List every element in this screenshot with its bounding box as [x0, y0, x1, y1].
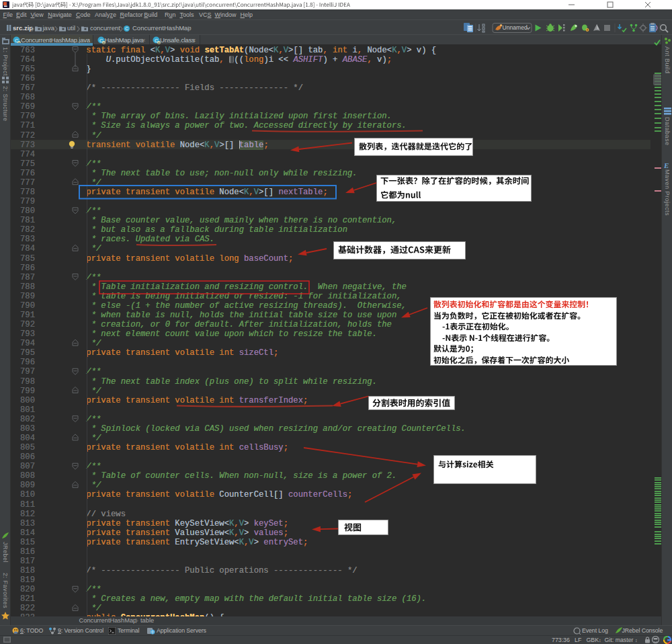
svg-text:Unnamed: Unnamed — [503, 24, 528, 31]
svg-text:C: C — [125, 26, 128, 31]
svg-text:E: E — [664, 161, 669, 169]
